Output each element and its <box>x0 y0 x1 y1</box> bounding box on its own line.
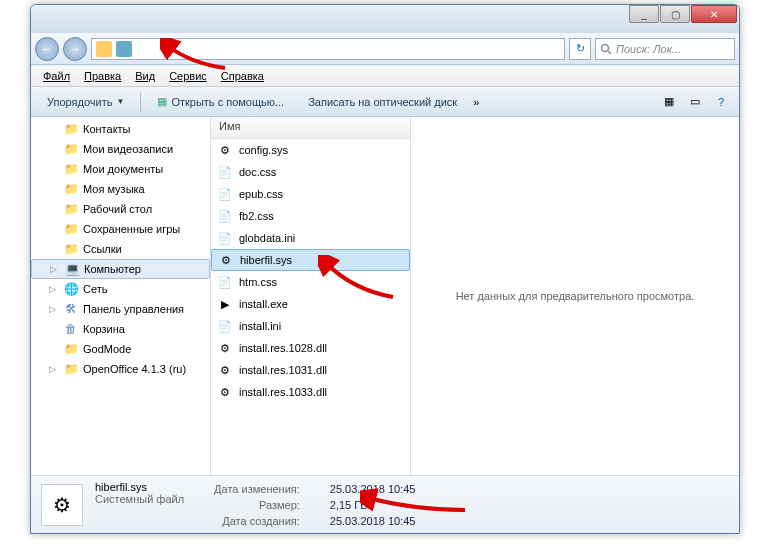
file-name: install.res.1033.dll <box>239 386 327 398</box>
file-name: epub.css <box>239 188 283 200</box>
content-area: 📁Контакты📁Мои видеозаписи📁Мои документы📁… <box>31 117 739 475</box>
tree-item[interactable]: 🗑Корзина <box>31 319 210 339</box>
css-icon: 📄 <box>217 274 233 290</box>
view-button[interactable]: ▦ <box>659 92 679 112</box>
tree-item-label: Мои видеозаписи <box>83 143 173 155</box>
file-name: config.sys <box>239 144 288 156</box>
file-list-body: ⚙config.sys📄doc.css📄epub.css📄fb2.css📄glo… <box>211 139 410 403</box>
tree-item[interactable]: ▷📁OpenOffice 4.1.3 (ru) <box>31 359 210 379</box>
file-item[interactable]: 📄htm.css <box>211 271 410 293</box>
tree-item-label: Контакты <box>83 123 131 135</box>
tree-item[interactable]: 📁Контакты <box>31 119 210 139</box>
preview-pane-button[interactable]: ▭ <box>685 92 705 112</box>
tree-item[interactable]: ▷🛠Панель управления <box>31 299 210 319</box>
close-button[interactable]: ✕ <box>691 5 737 23</box>
search-input[interactable]: Поиск: Лок... <box>595 38 735 60</box>
back-button[interactable]: ← <box>35 37 59 61</box>
explorer-window: _ ▢ ✕ ← → ↻ Поиск: Лок... Файл Правка Ви… <box>30 4 740 534</box>
separator <box>140 92 141 112</box>
recycle-icon: 🗑 <box>63 321 79 337</box>
help-button[interactable]: ? <box>711 92 731 112</box>
details-size: 2,15 ГБ <box>330 497 416 513</box>
computer-icon <box>96 41 112 57</box>
css-icon: 📄 <box>217 164 233 180</box>
tree-item-label: Сохраненные игры <box>83 223 180 235</box>
menu-tools[interactable]: Сервис <box>163 68 213 84</box>
details-filename: hiberfil.sys <box>95 481 184 493</box>
details-created: 25.03.2018 10:45 <box>330 513 416 529</box>
menu-edit[interactable]: Правка <box>78 68 127 84</box>
file-item[interactable]: 📄globdata.ini <box>211 227 410 249</box>
chevron-down-icon: ▼ <box>116 97 124 106</box>
file-name: globdata.ini <box>239 232 295 244</box>
details-values: 25.03.2018 10:45 2,15 ГБ 25.03.2018 10:4… <box>330 481 416 529</box>
refresh-button[interactable]: ↻ <box>569 38 591 60</box>
css-icon: 📄 <box>217 208 233 224</box>
column-header-name[interactable]: Имя <box>211 117 410 139</box>
tree-item-label: Моя музыка <box>83 183 145 195</box>
expand-icon[interactable]: ▷ <box>50 264 60 274</box>
file-item[interactable]: 📄fb2.css <box>211 205 410 227</box>
tree-item[interactable]: 📁Мои видеозаписи <box>31 139 210 159</box>
tree-item[interactable]: 📁Мои документы <box>31 159 210 179</box>
navigation-tree[interactable]: 📁Контакты📁Мои видеозаписи📁Мои документы📁… <box>31 117 211 475</box>
minimize-button[interactable]: _ <box>629 5 659 23</box>
file-item[interactable]: ⚙install.res.1028.dll <box>211 337 410 359</box>
exe-icon: ▶ <box>217 296 233 312</box>
file-name: fb2.css <box>239 210 274 222</box>
tree-item[interactable]: ▷💻Компьютер <box>31 259 210 279</box>
menu-file[interactable]: Файл <box>37 68 76 84</box>
file-item[interactable]: 📄install.ini <box>211 315 410 337</box>
expand-icon[interactable]: ▷ <box>49 304 59 314</box>
tree-item[interactable]: 📁Сохраненные игры <box>31 219 210 239</box>
preview-pane: Нет данных для предварительного просмотр… <box>411 117 739 475</box>
file-item[interactable]: ⚙install.res.1033.dll <box>211 381 410 403</box>
tree-item-label: OpenOffice 4.1.3 (ru) <box>83 363 186 375</box>
tree-item-label: Корзина <box>83 323 125 335</box>
toolbar-right: ▦ ▭ ? <box>659 92 731 112</box>
search-placeholder: Поиск: Лок... <box>616 43 681 55</box>
file-name: install.ini <box>239 320 281 332</box>
file-list[interactable]: Имя ⚙config.sys📄doc.css📄epub.css📄fb2.css… <box>211 117 411 475</box>
file-item[interactable]: 📄doc.css <box>211 161 410 183</box>
tree-item[interactable]: ▷🌐Сеть <box>31 279 210 299</box>
tree-item[interactable]: 📁Рабочий стол <box>31 199 210 219</box>
file-name: htm.css <box>239 276 277 288</box>
file-item[interactable]: ▶install.exe <box>211 293 410 315</box>
details-info: hiberfil.sys Системный файл Дата изменен… <box>95 481 415 529</box>
file-item[interactable]: ⚙config.sys <box>211 139 410 161</box>
details-modified: 25.03.2018 10:45 <box>330 481 416 497</box>
file-item[interactable]: ⚙hiberfil.sys <box>211 249 410 271</box>
maximize-button[interactable]: ▢ <box>660 5 690 23</box>
ini-icon: 📄 <box>217 230 233 246</box>
tree-item[interactable]: 📁Ссылки <box>31 239 210 259</box>
open-with-button[interactable]: ▦Открыть с помощью... <box>149 92 292 111</box>
file-item[interactable]: 📄epub.css <box>211 183 410 205</box>
overflow-icon[interactable]: » <box>473 96 479 108</box>
burn-button[interactable]: Записать на оптический диск <box>300 93 465 111</box>
file-name: install.res.1031.dll <box>239 364 327 376</box>
menu-help[interactable]: Справка <box>215 68 270 84</box>
file-item[interactable]: ⚙install.res.1031.dll <box>211 359 410 381</box>
drive-icon <box>116 41 132 57</box>
folder-icon: 📁 <box>63 201 79 217</box>
forward-button[interactable]: → <box>63 37 87 61</box>
expand-icon[interactable]: ▷ <box>49 364 59 374</box>
search-icon <box>600 43 612 55</box>
expand-icon[interactable]: ▷ <box>49 284 59 294</box>
tree-item[interactable]: 📁Моя музыка <box>31 179 210 199</box>
dll-icon: ⚙ <box>217 340 233 356</box>
details-labels: Дата изменения: Размер: Дата создания: <box>214 481 300 529</box>
file-name: install.exe <box>239 298 288 310</box>
tree-item[interactable]: 📁GodMode <box>31 339 210 359</box>
organize-button[interactable]: Упорядочить▼ <box>39 93 132 111</box>
details-pane: ⚙ hiberfil.sys Системный файл Дата измен… <box>31 475 739 533</box>
sys-icon: ⚙ <box>218 252 234 268</box>
tree-item-label: Мои документы <box>83 163 163 175</box>
sys-icon: ⚙ <box>217 142 233 158</box>
network-icon: 🌐 <box>63 281 79 297</box>
menu-view[interactable]: Вид <box>129 68 161 84</box>
computer-icon: 💻 <box>64 261 80 277</box>
file-type-icon: ⚙ <box>41 484 83 526</box>
address-bar[interactable] <box>91 38 565 60</box>
